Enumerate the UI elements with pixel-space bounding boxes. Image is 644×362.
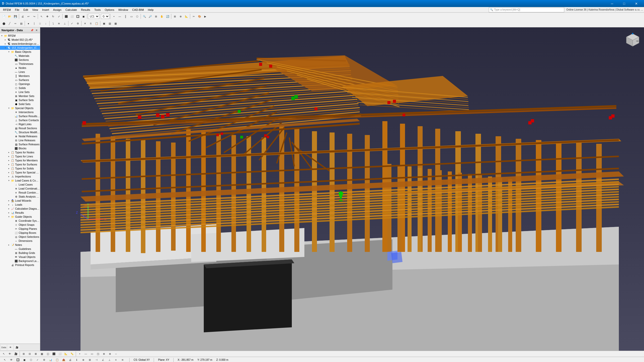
- measure-btn[interactable]: 📐: [184, 14, 189, 19]
- bottom-btn16[interactable]: ↔: [113, 351, 119, 357]
- tree-item-load_combinations[interactable]: ≋Load Combinations: [0, 187, 40, 191]
- navigator-close[interactable]: ✕: [34, 28, 38, 32]
- tree-item-dimensions[interactable]: ↔Dimensions: [0, 239, 40, 243]
- tree-item-load_wizards[interactable]: ▸🧙Load Wizards: [0, 199, 40, 203]
- bottom-btn2[interactable]: ⊟: [27, 351, 32, 357]
- status-model-btn[interactable]: ⬡: [28, 357, 34, 362]
- display-loads[interactable]: ↓: [43, 21, 49, 26]
- tree-item-model002[interactable]: ▸🏗www.timberdesign.cz_Ester-Tower-in-Ien…: [0, 42, 40, 46]
- tree-item-load_cases[interactable]: ↓Load Cases: [0, 183, 40, 187]
- status-3d-btn[interactable]: 🔲: [15, 357, 21, 362]
- tree-item-static_analysis[interactable]: ⚙Static Analysis Settings: [0, 195, 40, 199]
- tree-item-result_sections[interactable]: ▤Result Sections: [0, 126, 40, 130]
- tree-item-calc_diagrams[interactable]: ▸📈Calculation Diagrams: [0, 207, 40, 211]
- tree-item-basic_objects[interactable]: ▾📁Basic Objects: [0, 50, 40, 54]
- tree-item-surface_results_adj[interactable]: 📊Surface Results Adjustments: [0, 114, 40, 118]
- copy-btn[interactable]: ⎘: [88, 21, 94, 26]
- bottom-eye[interactable]: 👁: [7, 351, 13, 357]
- view-front[interactable]: ⬛: [63, 14, 69, 19]
- bottom-btn7[interactable]: ⬜: [57, 351, 63, 357]
- tree-item-surface_sets[interactable]: ▣Surface Sets: [0, 98, 40, 102]
- save-button[interactable]: 💾: [13, 14, 18, 19]
- tree-item-materials[interactable]: 🔧Materials: [0, 54, 40, 58]
- node-btn[interactable]: •: [111, 14, 117, 19]
- menu-file[interactable]: File: [13, 8, 21, 12]
- insert-surface[interactable]: ▤: [18, 21, 24, 26]
- tree-item-blocks[interactable]: ⬛Blocks: [0, 146, 40, 150]
- status-grid-btn[interactable]: ⊞: [87, 357, 93, 362]
- menu-insert[interactable]: Insert: [40, 8, 51, 12]
- member-btn[interactable]: ║: [123, 14, 128, 19]
- new-button[interactable]: 📄: [1, 14, 7, 19]
- tree-item-special_objects[interactable]: ▾📁Special Objects: [0, 106, 40, 110]
- insert-member[interactable]: ═: [13, 21, 18, 26]
- bottom-btn15[interactable]: ⊗: [107, 351, 113, 357]
- insert-node[interactable]: ⬤: [1, 21, 7, 26]
- menu-view[interactable]: View: [30, 8, 40, 12]
- result-deform[interactable]: ⤵: [50, 21, 56, 26]
- bottom-btn6[interactable]: ⬛: [51, 351, 57, 357]
- bottom-cursor[interactable]: ↖: [1, 351, 7, 357]
- menu-edit[interactable]: Edit: [21, 8, 30, 12]
- pan-btn[interactable]: ✋: [159, 14, 165, 19]
- menu-assign[interactable]: Assign: [51, 8, 63, 12]
- tree-item-member_sets[interactable]: ⊞Member Sets: [0, 94, 40, 98]
- bottom-btn9[interactable]: 📏: [69, 351, 75, 357]
- view-wire[interactable]: ▦: [113, 21, 118, 26]
- paste-btn[interactable]: 📋: [94, 21, 99, 26]
- status-more3-btn[interactable]: ≋: [120, 357, 125, 362]
- calculate-all[interactable]: ⚙: [75, 21, 80, 26]
- tree-item-solid_sets[interactable]: ⬢Solid Sets: [0, 102, 40, 106]
- status-view-btn[interactable]: 👁: [9, 357, 14, 362]
- bottom-btn11[interactable]: —: [83, 351, 89, 357]
- insert-line[interactable]: ╱: [7, 21, 12, 26]
- print-button[interactable]: 🖨: [20, 14, 25, 19]
- display-nodes[interactable]: ●: [26, 21, 31, 26]
- status-ortho-btn[interactable]: ⊣: [94, 357, 99, 362]
- menu-results[interactable]: Results: [79, 8, 92, 12]
- bottom-cam[interactable]: 🎥: [13, 351, 19, 357]
- menu-window[interactable]: Window: [116, 8, 130, 12]
- tree-item-types_solids[interactable]: ▸📋Types for Solids: [0, 166, 40, 170]
- tree-item-intersections[interactable]: ✕Intersections: [0, 110, 40, 114]
- tree-item-structure_mod[interactable]: 🔧Structure Modifications: [0, 130, 40, 134]
- tree-item-sections[interactable]: ⬛Sections: [0, 58, 40, 62]
- status-render-btn[interactable]: ◼: [22, 357, 27, 362]
- rotate-button[interactable]: ↻: [50, 14, 56, 19]
- menu-cadbim[interactable]: CAD-BIM: [130, 8, 146, 12]
- view-render[interactable]: ◼: [81, 14, 86, 19]
- status-result-btn[interactable]: 📊: [48, 357, 53, 362]
- tree-item-lines[interactable]: —Lines: [0, 70, 40, 74]
- select-button[interactable]: ↖: [39, 14, 44, 19]
- view-3d[interactable]: 🔲: [75, 14, 80, 19]
- bottom-btn8[interactable]: 📐: [63, 351, 69, 357]
- redo-button[interactable]: ↪: [31, 14, 37, 19]
- section-btn[interactable]: ✂: [191, 14, 196, 19]
- tree-item-imperfections[interactable]: ▸⚠Imperfections: [0, 174, 40, 178]
- tree-item-clipping_boxes[interactable]: ⬜Clipping Boxes: [0, 231, 40, 235]
- status-display-btn[interactable]: 📋: [54, 357, 60, 362]
- bottom-btn13[interactable]: ◳: [95, 351, 101, 357]
- tree-item-types_lines[interactable]: ▸📋Types for Lines: [0, 154, 40, 158]
- solid-btn[interactable]: ⬡: [134, 14, 140, 19]
- tree-item-surface_releases[interactable]: ▨Surface Releases: [0, 142, 40, 146]
- tree-item-loads[interactable]: ▸↓Loads: [0, 203, 40, 207]
- menu-calculate[interactable]: Calculate: [63, 8, 79, 12]
- render-btn[interactable]: 🎨: [197, 14, 202, 19]
- surface-btn[interactable]: ▭: [129, 14, 134, 19]
- viewport[interactable]: X Y Z +X: [40, 27, 644, 351]
- tree-item-results[interactable]: ▸📊Results: [0, 211, 40, 215]
- tree-item-background_layers[interactable]: ⬛Background Layers: [0, 259, 40, 263]
- navigator-tree[interactable]: ▾📁RFEM▸🏗Model 002 (2).rf5*▸🏗www.timberde…: [0, 33, 40, 344]
- status-cursor-btn[interactable]: ↖: [2, 357, 8, 362]
- navigator-pin[interactable]: 📌: [30, 28, 34, 32]
- view-cube[interactable]: +X: [624, 32, 639, 48]
- bottom-btn10[interactable]: •: [77, 351, 83, 357]
- tree-item-building_grids[interactable]: ⊞Building Grids: [0, 251, 40, 255]
- tree-item-types_special[interactable]: ▸📋Types for Special Objects: [0, 170, 40, 174]
- tree-item-result_combinations[interactable]: ≡Result Combinations: [0, 191, 40, 195]
- bottom-btn12[interactable]: ▭: [89, 351, 95, 357]
- tree-item-visual_objects[interactable]: 👁Visual Objects: [0, 255, 40, 259]
- status-print-btn[interactable]: 🖨: [67, 357, 73, 362]
- tree-item-openings[interactable]: ◻Openings: [0, 82, 40, 86]
